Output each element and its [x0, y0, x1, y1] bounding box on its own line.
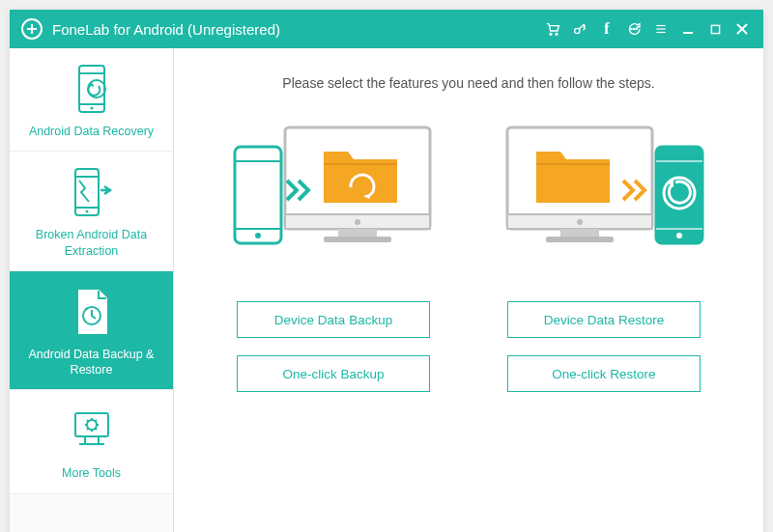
- svg-rect-41: [546, 237, 614, 242]
- more-tools-icon: [70, 404, 114, 458]
- sidebar-item-label: Android Data Recovery: [15, 124, 167, 139]
- svg-point-36: [255, 233, 261, 238]
- svg-rect-32: [324, 237, 391, 242]
- minimize-button[interactable]: [674, 10, 701, 48]
- maximize-button[interactable]: [701, 10, 729, 48]
- backup-restore-icon: [70, 285, 114, 339]
- sidebar: Android Data Recovery Broken Android Dat…: [10, 48, 174, 532]
- app-window: FoneLab for Android (Unregistered) f: [10, 10, 763, 532]
- sidebar-item-more-tools[interactable]: More Tools: [10, 390, 173, 493]
- sidebar-item-backup-restore[interactable]: Android Data Backup & Restore: [10, 271, 173, 391]
- sidebar-item-broken-extraction[interactable]: Broken Android Data Extraction: [10, 152, 173, 271]
- backup-illustration: [227, 118, 440, 272]
- sidebar-item-data-recovery[interactable]: Android Data Recovery: [10, 48, 173, 152]
- svg-point-1: [556, 33, 558, 35]
- menu-icon[interactable]: [647, 10, 674, 48]
- svg-point-21: [85, 210, 88, 213]
- svg-point-5: [636, 28, 637, 29]
- device-data-restore-button[interactable]: Device Data Restore: [507, 301, 701, 338]
- broken-phone-icon: [70, 165, 114, 219]
- svg-point-39: [577, 219, 583, 225]
- feature-button-grid: Device Data Backup Device Data Restore O…: [237, 301, 701, 392]
- svg-point-3: [631, 28, 632, 29]
- body: Android Data Recovery Broken Android Dat…: [10, 48, 763, 532]
- one-click-backup-button[interactable]: One-click Backup: [237, 355, 430, 392]
- restore-illustration: [498, 118, 710, 272]
- app-title: FoneLab for Android (Unregistered): [52, 21, 280, 38]
- sidebar-item-label: More Tools: [15, 465, 167, 481]
- svg-point-2: [575, 28, 580, 33]
- svg-point-4: [633, 28, 634, 29]
- titlebar: FoneLab for Android (Unregistered) f: [10, 10, 763, 48]
- svg-rect-31: [338, 229, 377, 237]
- device-data-backup-button[interactable]: Device Data Backup: [237, 301, 430, 338]
- feedback-icon[interactable]: [620, 10, 647, 48]
- facebook-icon[interactable]: f: [593, 10, 620, 48]
- svg-rect-40: [560, 229, 599, 237]
- svg-point-30: [355, 219, 360, 225]
- svg-point-0: [550, 33, 552, 35]
- main-panel: Please select the features you need and …: [174, 48, 763, 532]
- key-icon[interactable]: [566, 10, 593, 48]
- app-logo-icon: [21, 18, 43, 40]
- svg-point-45: [676, 233, 682, 238]
- svg-rect-10: [711, 25, 719, 33]
- phone-recovery-icon: [70, 62, 114, 116]
- svg-point-16: [90, 107, 93, 110]
- sidebar-item-label: Android Data Backup & Restore: [15, 347, 167, 378]
- close-button[interactable]: [729, 10, 756, 48]
- sidebar-item-label: Broken Android Data Extraction: [15, 227, 167, 259]
- one-click-restore-button[interactable]: One-click Restore: [507, 355, 701, 392]
- instruction-text: Please select the features you need and …: [282, 75, 654, 91]
- illustration-row: [227, 118, 710, 272]
- svg-rect-23: [75, 413, 108, 436]
- cart-icon[interactable]: [539, 10, 566, 48]
